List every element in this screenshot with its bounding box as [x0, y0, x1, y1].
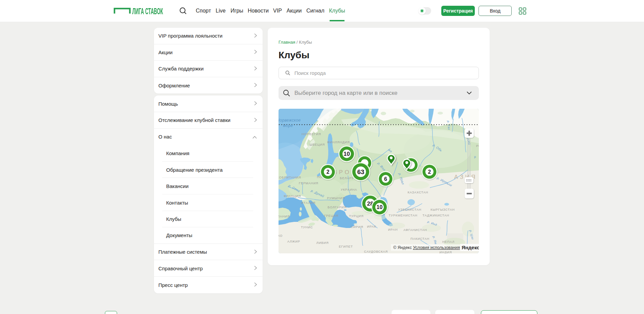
svg-text:10: 10 — [343, 151, 350, 157]
svg-text:ТУНИС: ТУНИС — [301, 226, 313, 229]
svg-text:море: море — [283, 123, 293, 128]
svg-text:НЕПАЛ: НЕПАЛ — [442, 240, 454, 244]
svg-text:ТУРКМЕНИСТАН: ТУРКМЕНИСТАН — [389, 214, 418, 217]
svg-text:САУДОВСКАЯ: САУДОВСКАЯ — [364, 250, 388, 253]
svg-text:Норвежское: Норвежское — [279, 118, 301, 123]
svg-text:ИНДИЯ: ИНДИЯ — [439, 251, 452, 253]
svg-text:ФРАНЦИЯ: ФРАНЦИЯ — [284, 194, 301, 198]
svg-text:ЛИВИЯ: ЛИВИЯ — [316, 241, 329, 245]
svg-text:Яндекс: Яндекс — [462, 245, 479, 250]
svg-text:КАЗАХСТАН: КАЗАХСТАН — [407, 191, 428, 194]
svg-text:63: 63 — [357, 168, 364, 175]
svg-text:2: 2 — [327, 169, 330, 175]
svg-text:АЛЖИР: АЛЖИР — [287, 240, 300, 243]
svg-text:УЗБЕКИСТАН: УЗБЕКИСТАН — [398, 208, 421, 211]
svg-text:РОС: РОС — [476, 144, 479, 148]
svg-text:ИТАЛИЯ: ИТАЛИЯ — [301, 201, 316, 205]
svg-text:НОРВЕГИЯ: НОРВЕГИЯ — [302, 132, 321, 136]
svg-text:ШВЕЦИЯ: ШВЕЦИЯ — [309, 143, 325, 146]
svg-text:р: р — [474, 155, 476, 159]
svg-text:10: 10 — [377, 204, 383, 210]
svg-text:ПАНИЯ: ПАНИЯ — [279, 215, 290, 218]
svg-text:БОЛГАРИЯ: БОЛГАРИЯ — [328, 206, 347, 209]
svg-text:6: 6 — [384, 176, 387, 182]
svg-text:КОБРИТАНИЯ: КОБРИТАНИЯ — [279, 176, 301, 179]
svg-text:КЫРГЫЗСТАН: КЫРГЫЗСТАН — [430, 208, 454, 211]
svg-text:ИРАК: ИРАК — [367, 225, 376, 228]
svg-text:БЕЛАРУ: БЕЛАРУ — [340, 176, 354, 180]
svg-text:УКРАИНА: УКРАИНА — [341, 188, 357, 191]
svg-text:ИРАН: ИРАН — [388, 228, 398, 231]
svg-text:© Яндекс Условия использования: © Яндекс Условия использования — [393, 245, 460, 250]
svg-text:АФГАНИСТАН: АФГАНИСТАН — [403, 228, 427, 232]
svg-text:ТУРЦИЯ: ТУРЦИЯ — [349, 214, 364, 218]
svg-text:СИРИЯ: СИРИЯ — [351, 225, 363, 229]
svg-text:РУМЫНИЯ: РУМЫНИЯ — [327, 196, 345, 200]
svg-text:ПАКИСТАН: ПАКИСТАН — [410, 237, 429, 240]
svg-text:ГРЕЦИЯ: ГРЕЦИЯ — [324, 214, 339, 217]
svg-text:ТАДЖИКИСТАН: ТАДЖИКИСТАН — [422, 214, 449, 217]
svg-text:КО: КО — [279, 234, 283, 237]
svg-text:ЕГИПЕТ: ЕГИПЕТ — [339, 245, 353, 248]
svg-text:2: 2 — [428, 169, 431, 175]
svg-text:ГЕРМАНИЯ: ГЕРМАНИЯ — [299, 182, 318, 185]
svg-text:ФИНЛЯНДИЯ: ФИНЛЯНДИЯ — [327, 141, 350, 144]
